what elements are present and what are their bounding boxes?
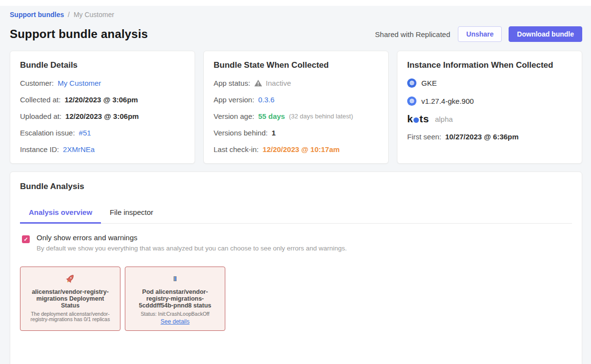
k8s-version-value: v1.27.4-gke.900 <box>421 97 474 105</box>
distribution-row: ☸ GKE <box>407 78 572 88</box>
version-age-label: Version age: <box>214 112 254 120</box>
collected-at-value: 12/20/2023 @ 3:06pm <box>64 96 138 104</box>
filter-label[interactable]: Only show errors and warnings <box>37 233 347 242</box>
last-checkin-value: 12/20/2023 @ 10:17am <box>263 145 340 153</box>
kubernetes-version-icon: ☸ <box>407 96 416 106</box>
app-version-link[interactable]: 0.3.6 <box>258 96 274 104</box>
error-card-description: The deployment alicenstar/vendor-registr… <box>24 311 116 322</box>
breadcrumb-separator: / <box>68 11 70 19</box>
bundle-state-title: Bundle State When Collected <box>214 60 378 70</box>
versions-behind-row: Versions behind: 1 <box>214 128 378 137</box>
warning-triangle-icon <box>254 79 262 87</box>
filter-description: By default we show you everything that w… <box>37 245 347 252</box>
uploaded-at-row: Uploaded at: 12/20/2023 @ 3:06pm <box>20 111 185 121</box>
last-checkin-row: Last check-in: 12/20/2023 @ 10:17am <box>214 144 378 154</box>
kots-logo-o-dot <box>414 117 419 123</box>
escalation-issue-label: Escalation issue: <box>20 129 75 137</box>
support-bundle-page: Support bundles / My Customer Support bu… <box>0 6 591 364</box>
kots-logo: kts <box>407 113 429 125</box>
header-actions: Shared with Replicated Unshare Download … <box>375 26 582 42</box>
info-cards-row: Bundle Details Customer: My Customer Col… <box>10 51 582 164</box>
deployment-status-error-card[interactable]: alicenstar/vendor-registry-migrations De… <box>20 267 120 331</box>
customer-row: Customer: My Customer <box>20 78 185 88</box>
app-version-label: App version: <box>214 96 254 104</box>
escalation-issue-link[interactable]: #51 <box>79 129 91 137</box>
uploaded-at-label: Uploaded at: <box>20 112 61 120</box>
kots-row: kts alpha <box>407 114 572 124</box>
shared-status-text: Shared with Replicated <box>375 30 450 38</box>
bundle-details-title: Bundle Details <box>20 60 185 70</box>
collected-at-row: Collected at: 12/20/2023 @ 3:06pm <box>20 95 185 104</box>
versions-behind-label: Versions behind: <box>214 129 268 137</box>
analysis-results-row: alicenstar/vendor-registry-migrations De… <box>20 267 572 331</box>
rocket-icon <box>24 273 116 285</box>
uploaded-at-value: 12/20/2023 @ 3:06pm <box>65 112 139 120</box>
error-card-title: Pod alicenstar/vendor-registry-migration… <box>129 288 221 309</box>
download-bundle-button[interactable]: Download bundle <box>509 26 582 42</box>
unshare-button[interactable]: Unshare <box>458 26 502 42</box>
app-status-label: App status: <box>214 79 250 87</box>
tab-file-inspector[interactable]: File inspector <box>101 204 162 223</box>
instance-info-card: Instance Information When Collected ☸ GK… <box>397 51 582 164</box>
bundle-details-card: Bundle Details Customer: My Customer Col… <box>10 51 195 164</box>
instance-info-title: Instance Information When Collected <box>407 60 572 70</box>
filter-text-block: Only show errors and warnings By default… <box>37 233 347 252</box>
bundle-state-card: Bundle State When Collected App status: … <box>203 51 389 164</box>
customer-label: Customer: <box>20 79 54 87</box>
app-version-row: App version: 0.3.6 <box>214 95 378 104</box>
tab-analysis-overview[interactable]: Analysis overview <box>20 204 101 224</box>
first-seen-row: First seen: 10/27/2023 @ 6:36pm <box>407 132 572 141</box>
collected-at-label: Collected at: <box>20 96 60 104</box>
bundle-analysis-title: Bundle Analysis <box>20 182 572 192</box>
bundle-analysis-card: Bundle Analysis Analysis overview File i… <box>10 172 582 364</box>
breadcrumb-current: My Customer <box>74 11 114 19</box>
only-errors-checkbox[interactable] <box>22 235 30 243</box>
app-status-row: App status: Inactive <box>214 78 378 88</box>
kubernetes-icon: ☸ <box>407 78 416 88</box>
instance-id-link[interactable]: 2XMrNEa <box>63 145 95 153</box>
top-nav-strip <box>0 0 591 6</box>
app-status-value: Inactive <box>266 79 291 87</box>
page-title: Support bundle analysis <box>10 27 148 41</box>
k8s-version-row: ☸ v1.27.4-gke.900 <box>407 96 572 106</box>
last-checkin-label: Last check-in: <box>214 145 259 153</box>
breadcrumb-support-bundles-link[interactable]: Support bundles <box>10 11 64 19</box>
version-age-row: Version age: 55 days (32 days behind lat… <box>214 111 378 121</box>
analysis-tabs: Analysis overview File inspector <box>20 204 572 224</box>
versions-behind-value: 1 <box>272 129 276 137</box>
errors-warnings-filter: Only show errors and warnings By default… <box>20 233 572 252</box>
first-seen-label: First seen: <box>407 133 441 141</box>
escalation-issue-row: Escalation issue: #51 <box>20 128 185 137</box>
customer-link[interactable]: My Customer <box>58 79 101 87</box>
instance-id-row: Instance ID: 2XMrNEa <box>20 144 185 154</box>
page-header: Support bundle analysis Shared with Repl… <box>10 26 582 42</box>
instance-id-label: Instance ID: <box>20 145 59 153</box>
first-seen-value: 10/27/2023 @ 6:36pm <box>445 133 519 141</box>
see-details-link[interactable]: See details <box>160 318 189 325</box>
error-card-description: Status: Init:CrashLoopBackOff <box>129 311 221 317</box>
error-card-title: alicenstar/vendor-registry-migrations De… <box>24 288 116 309</box>
version-age-note: (32 days behind latest) <box>289 113 353 120</box>
breadcrumb: Support bundles / My Customer <box>10 11 582 19</box>
broken-image-icon <box>129 273 221 285</box>
pod-status-error-card[interactable]: Pod alicenstar/vendor-registry-migration… <box>125 267 225 331</box>
kots-version-tag: alpha <box>435 115 453 123</box>
distribution-value: GKE <box>421 79 437 87</box>
version-age-value: 55 days <box>258 112 285 120</box>
